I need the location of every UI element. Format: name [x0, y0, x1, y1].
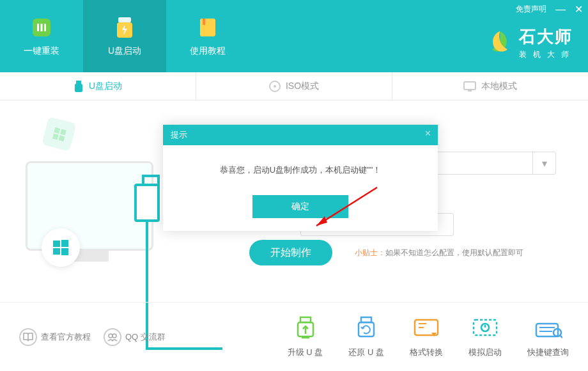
- svg-rect-4: [118, 17, 131, 22]
- action-simulate-boot[interactable]: 模拟启动: [468, 316, 502, 358]
- action-label: 还原 U 盘: [348, 347, 384, 358]
- dialog-title: 提示: [171, 129, 187, 141]
- brand-logo-icon: [487, 30, 513, 56]
- dialog-message: 恭喜您，启动U盘制作成功，本机启动键""！: [163, 145, 438, 189]
- svg-rect-13: [468, 90, 472, 91]
- action-format-convert[interactable]: 格式转换: [410, 316, 443, 358]
- svg-rect-8: [76, 81, 81, 84]
- usb-cable-graphic: [134, 184, 160, 222]
- reinstall-icon: [30, 16, 53, 39]
- svg-rect-2: [41, 24, 43, 31]
- tab-label: ISO模式: [286, 81, 319, 92]
- dialog-header: 提示 ✕: [163, 125, 438, 145]
- brand-title: 石大师: [519, 26, 575, 48]
- usb-boot-icon: [113, 16, 136, 39]
- nav-tutorial[interactable]: 使用教程: [166, 0, 249, 72]
- tip-body: 如果不知道怎么配置，使用默认配置即可: [385, 248, 523, 257]
- svg-rect-18: [53, 241, 60, 247]
- ok-label: 确定: [291, 201, 309, 212]
- start-button-label: 开始制作: [270, 246, 311, 260]
- upgrade-usb-icon: [291, 316, 320, 342]
- book-icon: [19, 328, 37, 346]
- nav-label: 使用教程: [190, 45, 226, 57]
- hotkey-lookup-icon: [534, 316, 562, 342]
- tab-iso[interactable]: ISO模式: [196, 72, 392, 100]
- monitor-icon: [463, 81, 476, 91]
- mode-tabs: U盘启动 ISO模式 本地模式: [0, 72, 588, 100]
- svg-rect-21: [61, 248, 68, 255]
- svg-rect-19: [61, 240, 68, 247]
- iso-icon: [269, 81, 281, 92]
- restore-usb-icon: [352, 316, 380, 342]
- svg-rect-9: [75, 84, 82, 92]
- tip-label: 小贴士：: [355, 248, 385, 257]
- footer: 查看官方教程 QQ 交流群 升级 U 盘 还原 U 盘 格式转换: [0, 302, 588, 371]
- svg-point-11: [274, 85, 276, 88]
- action-label: 升级 U 盘: [288, 347, 323, 358]
- brand-subtitle: 装机大师: [519, 49, 575, 60]
- nav-label: U盘启动: [108, 45, 141, 57]
- svg-rect-6: [200, 19, 215, 36]
- disclaimer-link[interactable]: 免责声明: [516, 4, 546, 15]
- tutorial-icon: [196, 16, 219, 39]
- svg-point-22: [109, 334, 112, 338]
- dialog-close-icon[interactable]: ✕: [424, 129, 431, 138]
- usb-icon: [74, 81, 84, 92]
- tab-usb-boot[interactable]: U盘启动: [0, 72, 196, 100]
- app-header: 一键重装 U盘启动 使用教程 免责声明 — ✕ 石大师 装机大师: [0, 0, 588, 72]
- chevron-down-icon: ▾: [532, 152, 555, 174]
- simulate-boot-icon: [471, 316, 499, 342]
- nav-label: 一键重装: [24, 45, 59, 57]
- svg-rect-7: [203, 19, 205, 25]
- tab-label: 本地模式: [481, 81, 517, 92]
- svg-rect-20: [53, 248, 60, 255]
- svg-point-23: [112, 334, 116, 338]
- svg-rect-15: [60, 129, 66, 135]
- nav-reinstall[interactable]: 一键重装: [0, 0, 83, 72]
- action-label: 快捷键查询: [527, 347, 569, 358]
- minimize-button[interactable]: —: [555, 4, 566, 15]
- start-button[interactable]: 开始制作: [249, 240, 332, 265]
- svg-rect-27: [359, 322, 374, 336]
- windows-badge-icon: [42, 228, 80, 267]
- format-convert-icon: [412, 316, 440, 342]
- action-restore-usb[interactable]: 还原 U 盘: [348, 316, 384, 358]
- window-controls: 免责声明 — ✕: [516, 4, 583, 15]
- tutorial-label: 查看官方教程: [41, 331, 91, 343]
- tip-text: 小贴士：如果不知道怎么配置，使用默认配置即可: [355, 248, 523, 258]
- action-upgrade-usb[interactable]: 升级 U 盘: [288, 316, 323, 358]
- action-label: 模拟启动: [468, 347, 502, 358]
- svg-rect-12: [464, 82, 476, 90]
- qq-group-link[interactable]: QQ 交流群: [104, 328, 166, 346]
- people-icon: [104, 328, 121, 346]
- action-hotkey-lookup[interactable]: 快捷键查询: [527, 316, 569, 358]
- svg-rect-3: [44, 24, 46, 31]
- svg-rect-16: [52, 133, 58, 139]
- success-dialog: 提示 ✕ 恭喜您，启动U盘制作成功，本机启动键""！ 确定: [163, 125, 438, 231]
- svg-rect-1: [37, 24, 39, 31]
- tab-local[interactable]: 本地模式: [392, 72, 588, 100]
- tab-label: U盘启动: [89, 81, 122, 92]
- tutorial-link[interactable]: 查看官方教程: [19, 328, 91, 346]
- brand: 石大师 装机大师: [487, 26, 575, 60]
- svg-rect-14: [54, 127, 60, 133]
- action-label: 格式转换: [410, 347, 443, 358]
- svg-rect-17: [58, 135, 65, 141]
- qq-label: QQ 交流群: [125, 331, 166, 343]
- nav-usb-boot[interactable]: U盘启动: [83, 0, 166, 72]
- close-button[interactable]: ✕: [575, 4, 583, 15]
- windows-hex-icon: [42, 116, 77, 152]
- dialog-ok-button[interactable]: 确定: [252, 195, 348, 218]
